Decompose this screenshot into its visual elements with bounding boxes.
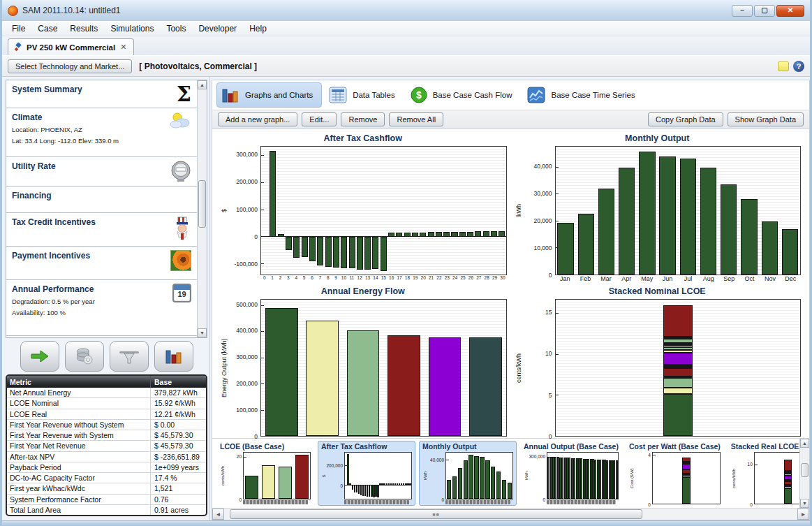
remove-all-button[interactable]: Remove All	[389, 112, 443, 126]
run-simulation-button[interactable]	[20, 341, 59, 372]
data-bar	[293, 237, 300, 258]
data-bar	[392, 483, 394, 485]
scroll-down-icon[interactable]: ▼	[198, 328, 207, 337]
table-row: First Year Revenue with System$ 45,579.3…	[7, 430, 206, 441]
horizontal-scrollbar[interactable]: ◄ ■■ ►	[212, 508, 809, 520]
thumbnail-thumb-cost-per-watt[interactable]: Cost per Watt (Base Case)Cost ($/W)04	[626, 441, 724, 506]
stack-segment	[663, 388, 693, 394]
scroll-up-icon[interactable]: ▲	[800, 439, 809, 448]
menu-tools[interactable]: Tools	[161, 22, 191, 35]
minimize-button[interactable]: –	[732, 5, 753, 17]
x-tick-label: 29	[491, 275, 499, 284]
data-bar	[741, 199, 757, 275]
x-tick-label: Apr	[617, 275, 637, 284]
y-tick-label: 40,000	[430, 457, 444, 462]
data-bar	[409, 483, 411, 485]
sidebar-item-tax-credit-incentives[interactable]: Tax Credit Incentives	[6, 213, 197, 247]
show-graph-data-button[interactable]: Show Graph Data	[728, 112, 804, 126]
menu-simulations[interactable]: Simulations	[105, 22, 159, 35]
after-tax-cashflow-chart[interactable]: After Tax Cashflow$-100,0000100,000200,0…	[219, 133, 507, 284]
sidebar-scrollbar[interactable]: ▲ ▼	[197, 80, 207, 337]
sidebar-item-payment-incentives[interactable]: Payment Incentives	[6, 247, 197, 280]
add-graph-button[interactable]: Add a new graph...	[218, 112, 297, 126]
stacked-nominal-lcoe-chart[interactable]: Stacked Nominal LCOEcents/kWh051015	[514, 286, 802, 437]
menu-help[interactable]: Help	[244, 22, 272, 35]
metric-value: 15.92 ¢/kWh	[150, 398, 206, 408]
menu-results[interactable]: Results	[64, 22, 103, 35]
x-tick-label: 12	[356, 275, 364, 284]
tab-graphs-and-charts[interactable]: Graphs and Charts	[216, 82, 322, 108]
y-axis-label: Energy Output (kWh)	[219, 299, 228, 437]
sidebar-item-system-summary[interactable]: System SummaryΣ	[6, 80, 197, 108]
y-axis-label: cents/kWh	[220, 452, 225, 499]
results-button[interactable]	[154, 341, 193, 372]
stack-segment	[784, 472, 792, 474]
scroll-left-icon[interactable]: ◄	[212, 509, 224, 520]
scroll-up-icon[interactable]: ▲	[198, 80, 207, 89]
weather-icon	[168, 112, 191, 130]
configure-simulations-button[interactable]	[65, 341, 104, 372]
copy-graph-data-button[interactable]: Copy Graph Data	[648, 112, 723, 126]
thumbnail-thumb-annual-output[interactable]: Annual Output (Base Case)kWh0300,000	[520, 441, 622, 506]
table-row: Total Land Area0.91 acres	[7, 505, 206, 515]
maximize-button[interactable]: ▢	[754, 5, 775, 17]
tab-data-tables[interactable]: Data Tables	[325, 83, 404, 107]
tab-base-case-time-series[interactable]: Base Case Time Series	[523, 83, 643, 107]
sidebar-item-annual-performance[interactable]: Annual PerformanceDegradation: 0.5 % per…	[6, 280, 197, 336]
help-icon[interactable]: ?	[793, 61, 804, 72]
scrollbar-thumb[interactable]: ■■	[230, 509, 642, 519]
sidebar-item-financing[interactable]: Financing	[6, 187, 197, 213]
sidebar-item-detail: Degradation: 0.5 % per year	[12, 298, 193, 305]
metric-table-body: Net Annual Energy379,827 kWhLCOE Nominal…	[7, 388, 206, 515]
remove-graph-button[interactable]: Remove	[341, 112, 385, 126]
base-col-header: Base	[150, 376, 206, 388]
thumbnail-thumb-monthly[interactable]: Monthly OutputkWh040,000	[419, 441, 517, 506]
x-tick-label: 16	[387, 275, 395, 284]
sidebar-item-climate[interactable]: ClimateLocation: PHOENIX, AZLat: 33.4 Lo…	[6, 108, 197, 157]
y-tick-label: 0	[750, 502, 753, 507]
monthly-output-chart[interactable]: Monthly OutputkWh010,00020,00030,00040,0…	[514, 133, 802, 284]
results-tab-bar: Graphs and ChartsData Tables$Base Case C…	[212, 80, 809, 110]
scrollbar-thumb[interactable]	[801, 463, 809, 477]
charts-grid: After Tax Cashflow$-100,0000100,000200,0…	[212, 129, 809, 438]
thumbnail-thumb-lcoe[interactable]: LCOE (Base Case)cents/kWh020	[216, 441, 314, 506]
tab-label: Base Case Time Series	[551, 91, 635, 99]
sidebar-item-label: Annual Performance	[12, 284, 193, 294]
metric-value: $ -236,651.89	[150, 452, 206, 462]
data-bar	[428, 232, 434, 236]
scroll-right-icon[interactable]: ►	[797, 509, 809, 520]
scroll-down-icon[interactable]: ▼	[800, 499, 809, 508]
data-bar	[403, 483, 404, 485]
chart-title: After Tax Cashflow	[219, 133, 507, 146]
thumbnail-scrollbar[interactable]: ▲ ▼	[799, 439, 809, 508]
parametrics-button[interactable]	[110, 341, 149, 372]
thumbnail-thumb-stacked-real[interactable]: Stacked Real LCOE (Bcents/kWh010	[728, 441, 799, 506]
close-button[interactable]: ✕	[776, 5, 804, 17]
stack-segment	[682, 477, 691, 504]
sidebar-item-label: Tax Credit Incentives	[12, 217, 193, 227]
thumbnail-thumb-after-tax[interactable]: After Tax Cashflow$0200,000	[318, 441, 415, 506]
annual-energy-flow-chart[interactable]: Annual Energy FlowEnergy Output (kWh)010…	[219, 286, 507, 437]
y-tick-label: 500,000	[236, 301, 258, 308]
data-bar	[399, 483, 400, 485]
data-bar	[499, 231, 505, 237]
scrollbar-thumb[interactable]	[198, 180, 206, 228]
edit-graph-button[interactable]: Edit...	[302, 112, 337, 126]
minimize-icon: –	[740, 7, 744, 14]
sidebar-item-utility-rate[interactable]: Utility Rate	[6, 157, 197, 187]
x-tick-label: Dec	[781, 275, 801, 284]
menu-developer[interactable]: Developer	[193, 22, 242, 35]
funnel-icon	[119, 347, 140, 365]
case-tab[interactable]: PV 250 kW Commercial ✕	[8, 38, 134, 55]
stack-segment	[663, 343, 693, 344]
window-bottom-border	[2, 520, 810, 526]
stack-segment	[663, 345, 693, 348]
menu-case[interactable]: Case	[32, 22, 63, 35]
x-tick-label: 6	[308, 275, 316, 284]
tab-close-icon[interactable]: ✕	[119, 43, 128, 52]
notes-icon[interactable]	[778, 61, 789, 71]
data-bar	[383, 483, 385, 485]
select-technology-button[interactable]: Select Technology and Market...	[8, 59, 132, 73]
menu-file[interactable]: File	[6, 22, 31, 35]
tab-base-case-cash-flow[interactable]: $Base Case Cash Flow	[406, 83, 521, 107]
